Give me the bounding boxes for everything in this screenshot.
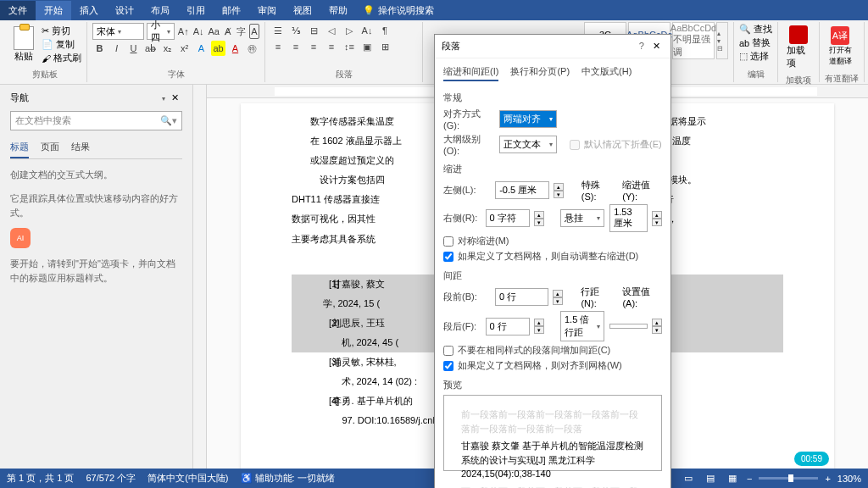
- change-case-icon[interactable]: Aa: [208, 24, 220, 39]
- snap-grid-checkbox[interactable]: [443, 361, 453, 371]
- cut-button[interactable]: ✂剪切: [42, 25, 81, 37]
- tab-home[interactable]: 开始: [36, 1, 71, 20]
- show-marks-icon[interactable]: ¶: [377, 23, 392, 38]
- zoom-out-icon[interactable]: −: [747, 474, 752, 484]
- indent-right-icon[interactable]: ▷: [342, 23, 357, 38]
- zoom-slider[interactable]: [759, 477, 818, 480]
- format-painter-button[interactable]: 🖌格式刷: [42, 52, 81, 64]
- align-left-icon[interactable]: ≡: [270, 39, 286, 54]
- web-layout-icon[interactable]: ▦: [725, 471, 740, 486]
- grow-font-icon[interactable]: A↑: [177, 24, 190, 39]
- tab-mailings[interactable]: 邮件: [214, 1, 249, 20]
- word-count[interactable]: 67/572 个字: [86, 472, 136, 485]
- justify-icon[interactable]: ≡: [324, 39, 339, 54]
- highlight-icon[interactable]: ab: [211, 41, 225, 56]
- dialog-close-icon[interactable]: ✕: [649, 41, 664, 51]
- nav-tab-headings[interactable]: 标题: [10, 137, 29, 158]
- bold-icon[interactable]: B: [92, 41, 107, 56]
- style-subtle[interactable]: AaBbCcDd不明显强调: [672, 22, 715, 59]
- outline-select[interactable]: 正文文本▾: [499, 136, 557, 153]
- indent-left-icon[interactable]: ◁: [324, 23, 339, 38]
- addins-button[interactable]: 加载项: [783, 22, 814, 73]
- auto-indent-checkbox[interactable]: [443, 252, 453, 262]
- tab-design[interactable]: 设计: [107, 1, 142, 20]
- border-char-icon[interactable]: A: [249, 24, 259, 39]
- space-after-input[interactable]: 0 行: [486, 318, 530, 336]
- indent-by-input[interactable]: 1.53 厘米: [609, 204, 648, 232]
- spacing-at-input[interactable]: [609, 324, 648, 329]
- phonetic-icon[interactable]: 字: [236, 24, 247, 39]
- accessibility-status[interactable]: ♿ 辅助功能: 一切就绪: [241, 472, 335, 485]
- clear-format-icon[interactable]: A̸: [223, 24, 233, 39]
- tab-insert[interactable]: 插入: [71, 1, 107, 20]
- nav-tab-pages[interactable]: 页面: [41, 137, 59, 158]
- space-before-input[interactable]: 0 行: [495, 288, 548, 306]
- nav-close-icon[interactable]: ✕: [168, 92, 182, 103]
- font-family-select[interactable]: 宋体▾: [92, 23, 144, 40]
- replace-button[interactable]: ab替换: [739, 36, 772, 49]
- space-after-spinner[interactable]: ▴▾: [534, 319, 544, 334]
- nav-tab-results[interactable]: 结果: [71, 137, 90, 158]
- borders-icon[interactable]: ⊞: [377, 39, 392, 54]
- indent-right-input[interactable]: 0 字符: [486, 209, 530, 227]
- tab-review[interactable]: 审阅: [249, 1, 285, 20]
- dialog-tab-indent[interactable]: 缩进和间距(I): [443, 64, 498, 81]
- paste-button[interactable]: 粘贴: [8, 23, 39, 66]
- subscript-icon[interactable]: x₂: [160, 41, 175, 56]
- ai-badge-icon[interactable]: AI: [10, 228, 31, 248]
- sort-icon[interactable]: A↓: [359, 23, 375, 38]
- zoom-in-icon[interactable]: +: [825, 474, 830, 484]
- page-indicator[interactable]: 第 1 页，共 1 页: [7, 472, 74, 485]
- bullets-icon[interactable]: ☰: [270, 23, 286, 38]
- multilevel-icon[interactable]: ⊟: [306, 23, 321, 38]
- nav-dropdown-icon[interactable]: ▾: [162, 95, 165, 103]
- indent-by-spinner[interactable]: ▴▾: [652, 211, 662, 226]
- text-effects-icon[interactable]: A: [194, 41, 209, 56]
- dialog-tab-chinese[interactable]: 中文版式(H): [581, 64, 632, 81]
- shrink-font-icon[interactable]: A↓: [192, 24, 205, 39]
- indent-left-spinner[interactable]: ▴▾: [554, 183, 564, 198]
- print-layout-icon[interactable]: ▤: [703, 471, 718, 486]
- paragraph-dialog: 段落 ? ✕ 缩进和间距(I) 换行和分页(P) 中文版式(H) 常规 对齐方式…: [434, 34, 671, 488]
- font-size-select[interactable]: 小四▾: [147, 23, 175, 40]
- line-spacing-select[interactable]: 1.5 倍行距▾: [560, 311, 604, 341]
- underline-icon[interactable]: U: [126, 41, 141, 56]
- find-button[interactable]: 🔍查找: [739, 23, 772, 36]
- tab-help[interactable]: 帮助: [320, 1, 356, 20]
- font-color-icon[interactable]: A: [228, 41, 242, 56]
- shading-icon[interactable]: ▣: [359, 39, 375, 54]
- read-mode-icon[interactable]: ▭: [681, 471, 696, 486]
- tab-references[interactable]: 引用: [178, 1, 214, 20]
- indent-right-spinner[interactable]: ▴▾: [534, 211, 544, 226]
- mirror-indent-checkbox[interactable]: [443, 236, 453, 247]
- strike-icon[interactable]: ab̶: [143, 41, 158, 56]
- space-before-spinner[interactable]: ▴▾: [553, 290, 563, 305]
- tab-file[interactable]: 文件: [0, 1, 36, 20]
- dialog-tab-page[interactable]: 换行和分页(P): [510, 64, 570, 81]
- spacing-at-spinner[interactable]: ▴▾: [652, 319, 662, 334]
- nav-search-input[interactable]: 在文档中搜索🔍▾: [10, 111, 182, 130]
- copy-button[interactable]: 📄复制: [42, 38, 81, 51]
- youdao-open-button[interactable]: A译打开有道翻译: [825, 23, 855, 70]
- align-center-icon[interactable]: ≡: [288, 39, 303, 54]
- line-spacing-icon[interactable]: ↕≡: [342, 39, 357, 54]
- superscript-icon[interactable]: x²: [177, 41, 192, 56]
- align-right-icon[interactable]: ≡: [306, 39, 321, 54]
- special-indent-select[interactable]: 悬挂▾: [560, 209, 604, 227]
- enclose-icon[interactable]: ㊕: [245, 41, 259, 56]
- help-icon[interactable]: ?: [639, 41, 644, 51]
- language-indicator[interactable]: 简体中文(中国大陆): [147, 472, 228, 485]
- italic-icon[interactable]: I: [109, 41, 124, 56]
- tab-view[interactable]: 视图: [285, 1, 320, 20]
- no-same-style-checkbox[interactable]: [443, 346, 453, 356]
- styles-more[interactable]: ▴▾⊟: [716, 22, 728, 59]
- numbering-icon[interactable]: ⅓: [288, 23, 303, 38]
- indent-left-input[interactable]: -0.5 厘米: [495, 181, 548, 199]
- zoom-level[interactable]: 130%: [837, 474, 861, 484]
- select-button[interactable]: ⬚选择: [739, 50, 772, 63]
- tab-layout[interactable]: 布局: [142, 1, 178, 20]
- alignment-select[interactable]: 两端对齐▾: [499, 110, 557, 128]
- lightbulb-icon: 💡: [363, 5, 375, 16]
- tell-me[interactable]: 💡操作说明搜索: [363, 4, 434, 17]
- ruler-vertical[interactable]: [193, 85, 207, 469]
